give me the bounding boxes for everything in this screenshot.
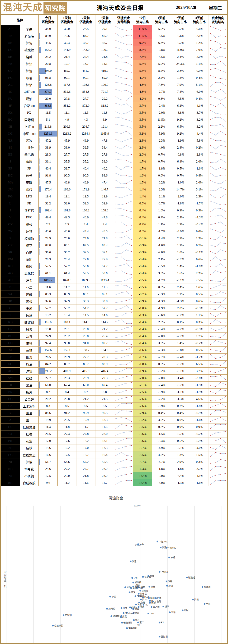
variety-code-cell: AG	[1, 368, 20, 374]
sparkline	[114, 26, 133, 31]
flow-2d-cell: 2.9%	[171, 235, 190, 242]
flow-3d-cell: -1.7%	[190, 354, 209, 360]
sparkline	[114, 340, 133, 346]
funds-2d-cell: 18.2	[76, 438, 96, 444]
table-row: AG沪银395.2402.9415.9416.4-1.9%-3.2%-0.1%3…	[1, 368, 227, 374]
funds-1d-cell: 155.1	[58, 347, 76, 354]
flow-today-cell: -2.9%	[133, 410, 152, 416]
funds-data-bar	[39, 208, 41, 213]
funds-today-cell: 883.5	[39, 102, 58, 109]
funds-data-bar	[39, 26, 39, 32]
funds-data-bar	[39, 368, 45, 374]
funds-data-bar	[39, 291, 40, 297]
funds-3d-cell: 38.4	[96, 144, 114, 151]
sparkline	[114, 39, 133, 45]
funds-3d-cell: 14.1	[96, 60, 114, 67]
flow-sparkline-cell	[209, 81, 227, 88]
scatter-point-label: 沪银	[132, 560, 136, 563]
flow-3d-cell: -0.2%	[190, 430, 209, 438]
flow-3d-cell: -1.5%	[190, 382, 209, 388]
scatter-point	[159, 571, 160, 573]
flow-sparkline-cell	[209, 263, 227, 270]
scatter-point-label: 短纤	[135, 619, 140, 621]
flow-sparkline-cell	[209, 396, 227, 402]
flow-1d-cell: -1.6%	[152, 242, 171, 249]
sparkline	[114, 67, 133, 73]
funds-1d-cell: 32.0	[58, 200, 76, 207]
sparkline	[114, 158, 133, 164]
scatter-point-label: 氧化铝	[140, 592, 147, 595]
table-row: PB沪铅20.819.718.714.15.4%5.0%24.3%1.1%	[1, 60, 227, 67]
scatter-point-label: 豆一	[125, 612, 129, 614]
flow-3d-cell: 0.6%	[190, 256, 209, 263]
sparkline	[114, 388, 133, 394]
funds-1d-cell: 168.0	[58, 186, 76, 193]
sparkline	[114, 60, 133, 66]
table-row: A豆一19.920.519.918.3-3.2%3.0%8.0%-1.6%	[1, 416, 227, 424]
variety-code-cell: EC	[1, 452, 20, 458]
funds-1d-cell: 30.0	[58, 26, 76, 32]
funds-1d-cell: 28.4	[58, 256, 76, 263]
flow-1d-cell: -2.0%	[152, 249, 171, 256]
sparkline	[114, 172, 133, 178]
scatter-point-label: 甲醇	[150, 597, 155, 599]
funds-1d-cell: 20.8	[58, 396, 76, 402]
col-header-flow-2d: 2天前流向占比	[171, 15, 190, 26]
funds-today-cell: 28.3	[39, 256, 58, 263]
table-row: HC热卷91.890.390.389.61.6%0.0%0.7%0.8%	[1, 172, 227, 179]
scatter-point	[129, 606, 131, 608]
variety-code-cell: SM	[1, 374, 20, 382]
flow-3d-cell: 0.3%	[190, 319, 209, 326]
variety-code-cell: RU	[1, 263, 20, 270]
funds-1d-cell: 11.8	[58, 424, 76, 430]
sparkline	[114, 221, 133, 227]
flow-1d-cell: -0.3%	[152, 291, 171, 298]
table-row: EG乙二醇20.220.821.221.5-2.6%-2.2%-1.3%4.6%	[1, 396, 227, 402]
table-row: MA甲醇47.546.846.947.41.5%-0.2%-1.0%2.0%	[1, 179, 227, 186]
table-row: SI工业硅38.938.039.538.42.3%-4.0%2.8%0.2%	[1, 144, 227, 151]
sparkline	[114, 452, 133, 457]
flow-2d-cell: 2.9%	[171, 458, 190, 466]
table-row: JD鸡蛋32.632.933.333.8-0.9%-1.3%-1.3%0.6%	[1, 298, 227, 305]
table-row: EC欧线集运16.617.516.716.4-5.5%4.5%1.8%1.5%	[1, 452, 227, 458]
flow-today-cell: -6.3%	[133, 466, 152, 472]
funds-2d-cell: 11.7	[76, 424, 96, 430]
flow-3d-cell: 3.7%	[190, 368, 209, 374]
funds-3d-cell: 85.1	[96, 291, 114, 298]
flow-sparkline-cell	[209, 235, 227, 242]
funds-2d-cell: 108.6	[76, 81, 96, 88]
variety-code-cell: SR	[1, 249, 20, 256]
funds-1d-cell: 90.3	[58, 172, 76, 179]
scatter-point	[148, 613, 149, 614]
flow-sparkline-cell	[209, 360, 227, 368]
flow-3d-cell: 0.8%	[190, 172, 209, 179]
flow-sparkline-cell	[209, 186, 227, 193]
funds-3d-cell: 791.7	[96, 88, 114, 95]
funds-sparkline-cell	[114, 479, 133, 486]
flow-2d-cell: 6.4%	[171, 158, 190, 165]
funds-sparkline-cell	[114, 137, 133, 144]
funds-1d-cell: 17.6	[58, 438, 76, 444]
variety-code-cell: BU	[1, 333, 20, 340]
flow-today-cell: -2.0%	[133, 374, 152, 382]
funds-1d-cell: 35.5	[58, 158, 76, 165]
scatter-point-label: 20号胶	[109, 608, 115, 610]
sparkline	[209, 39, 227, 45]
flow-today-cell: 3.5%	[133, 116, 152, 123]
table-row: OI菜油66.067.469.069.4-2.1%-2.4%-0.7%-1.5%	[1, 382, 227, 388]
flow-today-cell: 4.8%	[133, 88, 152, 95]
flow-1d-cell: -2.4%	[152, 382, 171, 388]
funds-today-cell: 88.6	[39, 410, 58, 416]
sparkline	[209, 263, 227, 269]
flow-today-cell: 4.9%	[133, 74, 152, 81]
funds-data-bar	[39, 431, 39, 437]
funds-today-cell: 19.4	[39, 193, 58, 200]
sparkline	[209, 360, 227, 366]
funds-sparkline-cell	[114, 333, 133, 340]
scatter-point	[149, 602, 151, 604]
scatter-point	[159, 636, 160, 638]
flow-sparkline-cell	[209, 26, 227, 32]
funds-3d-cell: 21.2	[96, 326, 114, 333]
funds-3d-cell: 90.5	[96, 410, 114, 416]
scatter-point	[137, 622, 139, 623]
